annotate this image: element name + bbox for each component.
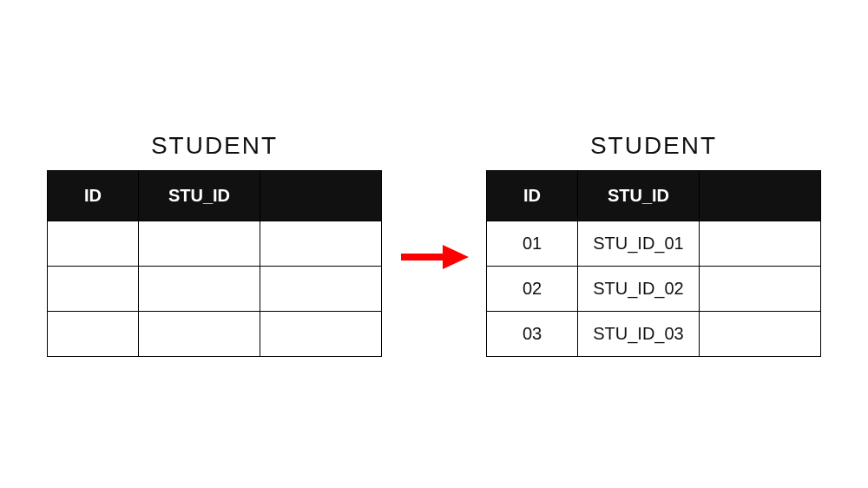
table-row: 01 STU_ID_01 bbox=[487, 221, 821, 266]
header-blank bbox=[700, 170, 821, 221]
right-table-title: STUDENT bbox=[590, 132, 717, 160]
table-header-row: ID STU_ID bbox=[48, 170, 382, 221]
cell bbox=[700, 266, 821, 311]
cell bbox=[139, 311, 260, 356]
left-table: ID STU_ID bbox=[47, 170, 382, 357]
table-header-row: ID STU_ID bbox=[487, 170, 821, 221]
cell: 02 bbox=[487, 266, 578, 311]
right-table-block: STUDENT ID STU_ID 01 STU_ID_01 02 STU_ID… bbox=[486, 132, 821, 357]
left-table-title: STUDENT bbox=[151, 132, 278, 160]
table-row bbox=[48, 266, 382, 311]
table-row: 02 STU_ID_02 bbox=[487, 266, 821, 311]
cell bbox=[139, 221, 260, 266]
arrow-icon bbox=[399, 240, 469, 274]
table-row bbox=[48, 311, 382, 356]
right-table: ID STU_ID 01 STU_ID_01 02 STU_ID_02 03 bbox=[486, 170, 821, 357]
diagram-container: STUDENT ID STU_ID bbox=[0, 0, 868, 488]
left-table-block: STUDENT ID STU_ID bbox=[47, 132, 382, 357]
cell: STU_ID_01 bbox=[578, 221, 700, 266]
cell: STU_ID_03 bbox=[578, 311, 700, 356]
cell: 03 bbox=[487, 311, 578, 356]
header-stuid: STU_ID bbox=[139, 170, 260, 221]
cell bbox=[700, 221, 821, 266]
cell: 01 bbox=[487, 221, 578, 266]
cell bbox=[139, 266, 260, 311]
svg-marker-1 bbox=[443, 245, 469, 269]
arrow-wrap bbox=[399, 231, 469, 283]
cell bbox=[700, 311, 821, 356]
cell bbox=[48, 266, 139, 311]
cell bbox=[260, 266, 382, 311]
cell bbox=[260, 221, 382, 266]
cell bbox=[48, 221, 139, 266]
header-id: ID bbox=[48, 170, 139, 221]
header-blank bbox=[260, 170, 382, 221]
cell bbox=[260, 311, 382, 356]
cell bbox=[48, 311, 139, 356]
header-stuid: STU_ID bbox=[578, 170, 700, 221]
table-row: 03 STU_ID_03 bbox=[487, 311, 821, 356]
cell: STU_ID_02 bbox=[578, 266, 700, 311]
table-row bbox=[48, 221, 382, 266]
header-id: ID bbox=[487, 170, 578, 221]
